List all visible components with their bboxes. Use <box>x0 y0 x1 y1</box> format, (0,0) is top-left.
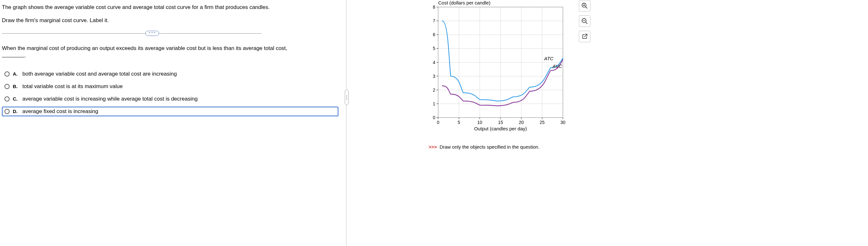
series-avc <box>442 60 563 106</box>
series-label-atc: ATC <box>544 56 554 61</box>
chart-canvas[interactable]: 051015202530012345678Output (candles per… <box>429 1 566 135</box>
radio-button[interactable] <box>4 97 9 102</box>
hint-marker: >>> <box>429 144 437 149</box>
hint-text: Draw only the objects specified in the q… <box>439 144 539 149</box>
option-d[interactable]: D.average fixed cost is increasing <box>2 107 338 116</box>
svg-text:8: 8 <box>433 4 435 9</box>
instructions-line-1: The graph shows the average variable cos… <box>2 4 338 11</box>
svg-text:0: 0 <box>437 120 439 125</box>
more-button[interactable]: • • • <box>145 31 159 36</box>
graph-toolbar <box>579 0 590 42</box>
zoom-out-icon <box>581 18 588 25</box>
svg-line-51 <box>586 7 587 8</box>
divider-line <box>2 33 261 34</box>
svg-line-55 <box>586 22 587 24</box>
svg-text:1: 1 <box>433 101 435 106</box>
radio-button[interactable] <box>4 72 9 77</box>
svg-text:10: 10 <box>477 120 482 125</box>
open-in-new-icon <box>582 33 588 40</box>
option-letter: A. <box>13 71 19 77</box>
fill-blank <box>2 53 24 57</box>
instructions-line-2: Draw the firm's marginal cost curve. Lab… <box>2 17 338 24</box>
svg-text:3: 3 <box>433 74 435 79</box>
radio-button[interactable] <box>4 109 9 114</box>
option-text: average variable cost is increasing whil… <box>22 96 198 102</box>
pane-separator <box>346 0 346 246</box>
option-text: both average variable cost and average t… <box>22 71 177 77</box>
zoom-in-icon <box>581 2 588 9</box>
open-in-new-button[interactable] <box>579 31 590 42</box>
svg-text:2: 2 <box>433 87 435 92</box>
option-letter: D. <box>13 109 19 114</box>
svg-text:5: 5 <box>433 46 435 51</box>
instructions: The graph shows the average variable cos… <box>2 3 338 24</box>
svg-text:25: 25 <box>539 120 545 125</box>
svg-text:30: 30 <box>560 120 565 125</box>
svg-text:Output (candles per day): Output (candles per day) <box>474 126 527 131</box>
svg-text:15: 15 <box>498 120 503 125</box>
svg-text:4: 4 <box>433 60 435 65</box>
answer-options: A.both average variable cost and average… <box>2 69 338 116</box>
question-stem: When the marginal cost of producing an o… <box>2 45 309 60</box>
svg-text:7: 7 <box>433 18 435 23</box>
question-stem-text: When the marginal cost of producing an o… <box>2 45 287 51</box>
resize-handle[interactable] <box>345 90 349 105</box>
zoom-out-button[interactable] <box>579 16 590 27</box>
option-a[interactable]: A.both average variable cost and average… <box>2 69 338 79</box>
option-text: average fixed cost is increasing <box>22 108 98 115</box>
option-b[interactable]: B.total variable cost is at its maximum … <box>2 82 338 91</box>
radio-button[interactable] <box>4 84 9 89</box>
question-pane: The graph shows the average variable cos… <box>0 0 346 246</box>
option-letter: B. <box>13 84 19 89</box>
chart-svg[interactable]: 051015202530012345678Output (candles per… <box>429 1 566 135</box>
more-ellipsis: • • • <box>149 31 155 34</box>
option-letter: C. <box>13 96 19 102</box>
draw-hint: >>> Draw only the objects specified in t… <box>429 144 539 149</box>
svg-text:6: 6 <box>433 32 435 37</box>
svg-text:20: 20 <box>519 120 524 125</box>
svg-text:5: 5 <box>458 120 460 125</box>
graph-pane: Cost (dollars per candle) 05101520253001… <box>355 0 867 246</box>
option-c[interactable]: C.average variable cost is increasing wh… <box>2 94 338 104</box>
zoom-in-button[interactable] <box>579 0 590 11</box>
section-divider: • • • <box>2 30 338 36</box>
series-label-avc: AVC <box>552 63 562 69</box>
option-text: total variable cost is at its maximum va… <box>22 83 123 90</box>
svg-text:0: 0 <box>433 115 435 120</box>
